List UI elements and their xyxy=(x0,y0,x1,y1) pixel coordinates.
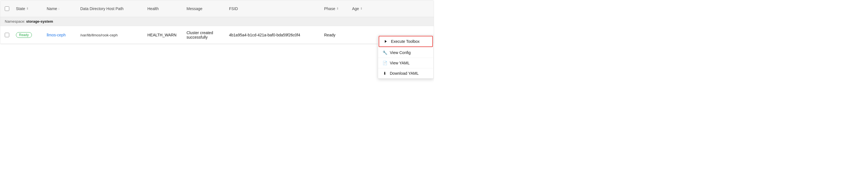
row-data-dir-cell: /var/lib/llmos/rook-ceph xyxy=(78,33,145,37)
chevron-right-icon xyxy=(384,39,388,44)
ceph-cluster-table: State ⇕ Name ↓ Data Directory Host Path … xyxy=(0,0,434,44)
row-health-cell: HEALTH_WARN xyxy=(145,33,184,37)
menu-item-execute-toolbox[interactable]: Execute Toolbox xyxy=(379,36,433,47)
data-dir-value: /var/lib/llmos/rook-ceph xyxy=(80,33,118,37)
health-value: HEALTH_WARN xyxy=(147,33,177,37)
row-checkbox-cell[interactable] xyxy=(0,33,14,37)
header-health: Health xyxy=(145,6,184,11)
header-data-dir-label: Data Directory Host Path xyxy=(80,6,124,11)
row-state-cell: Ready xyxy=(14,32,44,38)
header-name-label: Name xyxy=(47,6,57,11)
view-yaml-label: View YAML xyxy=(390,61,410,65)
header-fsid-label: FSID xyxy=(229,6,238,11)
age-sort-icon: ⇕ xyxy=(360,7,363,10)
wrench-icon: 🔧 xyxy=(382,50,387,55)
phase-sort-icon: ⇕ xyxy=(336,7,339,10)
menu-item-view-config[interactable]: 🔧 View Config xyxy=(378,48,433,58)
namespace-value: storage-system xyxy=(26,19,53,24)
header-phase-label: Phase xyxy=(324,6,335,11)
status-badge: Ready xyxy=(16,32,32,38)
header-health-label: Health xyxy=(147,6,159,11)
header-state[interactable]: State ⇕ xyxy=(14,6,44,11)
header-age-label: Age xyxy=(352,6,359,11)
header-age[interactable]: Age ⇕ xyxy=(350,6,372,11)
header-data-dir: Data Directory Host Path xyxy=(78,6,145,11)
header-fsid: FSID xyxy=(227,6,322,11)
row-checkbox[interactable] xyxy=(5,33,9,37)
cluster-name-link[interactable]: llmos-ceph xyxy=(47,33,66,37)
select-all-checkbox[interactable] xyxy=(5,6,9,11)
header-phase[interactable]: Phase ⇕ xyxy=(322,6,350,11)
execute-toolbox-label: Execute Toolbox xyxy=(391,39,420,44)
context-menu: Execute Toolbox 🔧 View Config 📄 View YAM… xyxy=(378,35,434,79)
row-fsid-cell: 4b1a95a4-b1cd-421a-baf0-bda59f26c0f4 xyxy=(227,33,322,37)
menu-item-download-yaml[interactable]: ⬇ Download YAML xyxy=(378,68,433,78)
file-icon: 📄 xyxy=(382,61,387,65)
row-message-cell: Cluster created successfully xyxy=(184,30,227,39)
header-message: Message xyxy=(184,6,227,11)
header-message-label: Message xyxy=(187,6,203,11)
download-icon: ⬇ xyxy=(382,71,387,76)
name-sort-icon: ↓ xyxy=(58,7,60,10)
row-phase-cell: Ready xyxy=(322,33,350,37)
menu-item-view-yaml[interactable]: 📄 View YAML xyxy=(378,58,433,68)
header-state-label: State xyxy=(16,6,25,11)
view-config-label: View Config xyxy=(390,50,410,55)
message-value: Cluster created successfully xyxy=(187,30,213,39)
namespace-row: Namespace: storage-system xyxy=(0,17,434,26)
table-row: Ready llmos-ceph /var/lib/llmos/rook-cep… xyxy=(0,26,434,44)
row-name-cell[interactable]: llmos-ceph xyxy=(44,33,78,37)
header-name[interactable]: Name ↓ xyxy=(44,6,78,11)
fsid-value: 4b1a95a4-b1cd-421a-baf0-bda59f26c0f4 xyxy=(229,33,300,37)
header-checkbox-cell[interactable] xyxy=(0,6,14,11)
namespace-label: Namespace: xyxy=(5,19,25,24)
phase-value: Ready xyxy=(324,33,335,37)
state-sort-icon: ⇕ xyxy=(26,7,29,10)
download-yaml-label: Download YAML xyxy=(390,71,418,76)
table-header-row: State ⇕ Name ↓ Data Directory Host Path … xyxy=(0,0,434,17)
